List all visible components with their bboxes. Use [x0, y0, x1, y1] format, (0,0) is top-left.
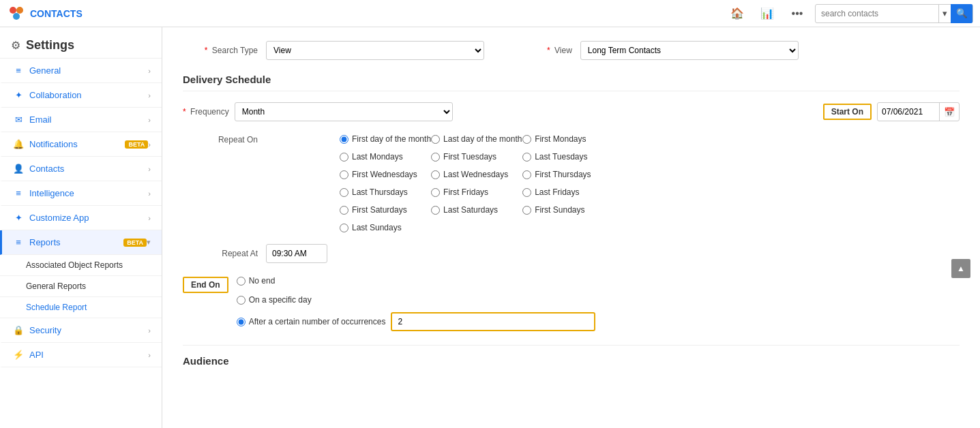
search-button[interactable]: 🔍	[951, 4, 972, 23]
radio-first-thursdays-input[interactable]	[522, 170, 531, 179]
radio-first-saturdays[interactable]: First Saturdays	[340, 203, 431, 217]
sidebar-item-reports[interactable]: ≡ Reports BETA ▾	[0, 230, 162, 255]
frequency-group: * Frequency Month	[183, 102, 453, 121]
sidebar-item-label: Security	[29, 325, 148, 335]
sidebar-item-customize[interactable]: ✦ Customize App ›	[0, 206, 162, 230]
radio-last-saturdays-input[interactable]	[431, 206, 440, 215]
sidebar-sub-item-associated[interactable]: Associated Object Reports	[0, 255, 162, 276]
search-input[interactable]	[816, 9, 938, 18]
radio-occurrences[interactable]: After a certain number of occurrences	[237, 315, 386, 328]
radio-last-sundays-input[interactable]	[340, 224, 348, 232]
radio-specific-day-input[interactable]	[237, 296, 246, 305]
radio-no-end-input[interactable]	[237, 277, 246, 286]
sidebar-item-intelligence[interactable]: ≡ Intelligence ›	[0, 181, 162, 206]
radio-first-mondays[interactable]: First Mondays	[522, 132, 614, 146]
chevron-right-icon: ›	[148, 116, 151, 124]
radio-first-thursdays[interactable]: First Thursdays	[522, 168, 614, 181]
sidebar-header: ⚙ Settings	[0, 27, 162, 59]
search-type-dropdown[interactable]: View	[267, 45, 484, 56]
sidebar-item-notifications[interactable]: 🔔 Notifications BETA ›	[0, 132, 162, 157]
contacts-icon: 👤	[13, 164, 24, 174]
radio-last-thursdays[interactable]: Last Thursdays	[340, 185, 431, 199]
radio-first-sundays[interactable]: First Sundays	[522, 203, 614, 217]
sidebar-item-label: General	[29, 65, 148, 76]
radio-last-day-input[interactable]	[431, 135, 440, 144]
view-dropdown[interactable]: Long Term Contacts	[581, 45, 798, 56]
search-type-row: * Search Type View * View Long Term Cont…	[183, 41, 960, 60]
email-icon: ✉	[13, 114, 24, 125]
sidebar-item-security[interactable]: 🔒 Security ›	[0, 318, 162, 343]
chevron-down-icon: ▾	[147, 238, 151, 247]
delivery-schedule-title: Delivery Schedule	[183, 74, 960, 91]
radio-last-wednesdays-input[interactable]	[431, 170, 440, 179]
radio-first-fridays[interactable]: First Fridays	[431, 185, 522, 199]
frequency-row: * Frequency Month Start On 📅	[183, 102, 960, 121]
home-icon[interactable]: 🏠	[725, 1, 749, 26]
sidebar-sub-item-schedule[interactable]: Schedule Report	[0, 297, 162, 318]
sidebar-item-contacts[interactable]: 👤 Contacts ›	[0, 157, 162, 181]
radio-last-fridays-input[interactable]	[522, 188, 531, 197]
repeat-on-row: Repeat On First day of the month Last da…	[183, 132, 960, 234]
logo-icon	[7, 4, 26, 23]
scroll-top-button[interactable]: ▲	[951, 259, 970, 278]
radio-first-wednesdays-input[interactable]	[340, 170, 348, 179]
notifications-icon: 🔔	[13, 139, 24, 149]
search-bar: ▾ 🔍	[815, 4, 973, 23]
view-select[interactable]: Long Term Contacts	[580, 41, 799, 60]
start-on-date-input[interactable]: 📅	[877, 102, 960, 121]
radio-last-day[interactable]: Last day of the month	[431, 132, 522, 146]
radio-first-day-input[interactable]	[340, 135, 348, 144]
radio-last-mondays-input[interactable]	[340, 153, 348, 162]
sidebar-item-label: Customize App	[29, 213, 148, 223]
occurrences-input[interactable]	[391, 312, 595, 331]
radio-occurrences-input[interactable]	[237, 318, 246, 326]
search-dropdown[interactable]: ▾	[938, 5, 951, 22]
radio-first-sundays-input[interactable]	[522, 206, 531, 215]
collaboration-icon: ✦	[13, 90, 24, 100]
radio-last-tuesdays[interactable]: Last Tuesdays	[522, 150, 614, 164]
sidebar-item-email[interactable]: ✉ Email ›	[0, 108, 162, 132]
api-icon: ⚡	[13, 350, 24, 360]
radio-first-mondays-input[interactable]	[522, 135, 531, 144]
end-on-section: End On No end On a specific day After a …	[183, 274, 960, 331]
occurrences-row: After a certain number of occurrences	[237, 312, 596, 331]
svg-point-1	[16, 7, 23, 14]
radio-first-wednesdays[interactable]: First Wednesdays	[340, 168, 431, 181]
calendar-icon[interactable]: 📅	[939, 103, 959, 121]
sidebar-item-collaboration[interactable]: ✦ Collaboration ›	[0, 83, 162, 108]
radio-specific-day[interactable]: On a specific day	[237, 293, 596, 307]
app-title: CONTACTS	[30, 8, 83, 19]
repeat-at-label: Repeat At	[183, 249, 258, 258]
radio-no-end[interactable]: No end	[237, 274, 596, 288]
radio-first-tuesdays[interactable]: First Tuesdays	[431, 150, 522, 164]
chevron-right-icon: ›	[148, 214, 151, 222]
sidebar-item-label: Reports	[29, 237, 120, 247]
radio-last-sundays[interactable]: Last Sundays	[340, 221, 431, 234]
radio-first-tuesdays-input[interactable]	[431, 153, 440, 162]
radio-first-day[interactable]: First day of the month	[340, 132, 431, 146]
radio-last-wednesdays[interactable]: Last Wednesdays	[431, 168, 522, 181]
radio-last-fridays[interactable]: Last Fridays	[522, 185, 614, 199]
sidebar-item-api[interactable]: ⚡ API ›	[0, 343, 162, 367]
gear-icon: ⚙	[11, 39, 20, 52]
more-icon[interactable]: •••	[785, 1, 810, 26]
main-content: * Search Type View * View Long Term Cont…	[162, 27, 980, 428]
repeat-at-input[interactable]	[266, 244, 327, 263]
frequency-dropdown[interactable]: Month	[235, 106, 452, 117]
radio-first-saturdays-input[interactable]	[340, 206, 348, 215]
radio-last-mondays[interactable]: Last Mondays	[340, 150, 431, 164]
start-on-date-field[interactable]	[878, 107, 939, 117]
intelligence-icon: ≡	[13, 188, 24, 198]
frequency-select[interactable]: Month	[235, 102, 453, 121]
sidebar: ⚙ Settings ≡ General › ✦ Collaboration ›…	[0, 27, 162, 428]
sidebar-item-general[interactable]: ≡ General ›	[0, 59, 162, 83]
radio-last-thursdays-input[interactable]	[340, 188, 348, 197]
sidebar-item-label: Intelligence	[29, 188, 148, 198]
search-type-select[interactable]: View	[266, 41, 484, 60]
chevron-right-icon: ›	[148, 189, 151, 198]
radio-last-saturdays[interactable]: Last Saturdays	[431, 203, 522, 217]
chart-icon[interactable]: 📊	[755, 1, 779, 26]
radio-first-fridays-input[interactable]	[431, 188, 440, 197]
sidebar-sub-item-general-reports[interactable]: General Reports	[0, 276, 162, 297]
radio-last-tuesdays-input[interactable]	[522, 153, 531, 162]
